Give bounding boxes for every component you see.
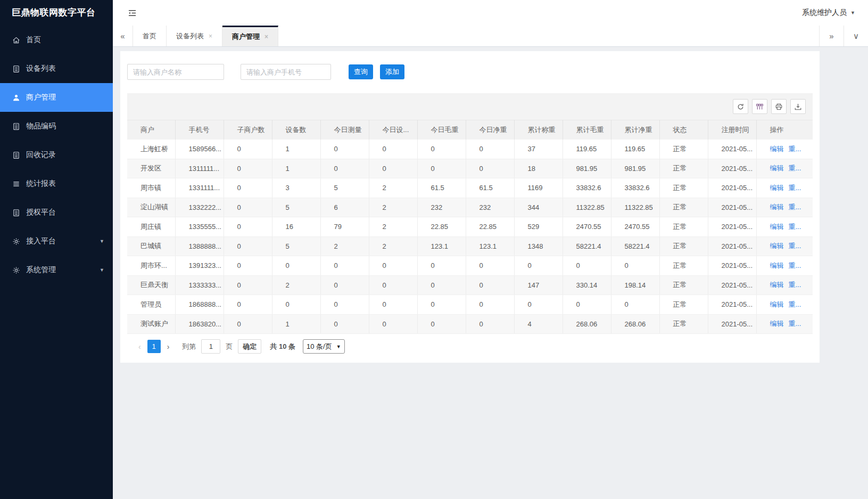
reset-link[interactable]: 重...	[789, 281, 801, 289]
table-cell: 0	[272, 256, 320, 276]
edit-link[interactable]: 编辑	[770, 184, 784, 192]
sidebar-item-devices[interactable]: 设备列表	[0, 54, 113, 83]
table-cell: 123.1	[417, 236, 466, 256]
lines-icon	[12, 179, 20, 188]
table-cell: 0	[611, 295, 659, 315]
sidebar-item-item-code[interactable]: 物品编码	[0, 112, 113, 141]
table-cell: 123.1	[466, 236, 514, 256]
sidebar-item-label: 设备列表	[26, 64, 104, 73]
doc-icon	[12, 64, 20, 73]
table-cell: 2021-05...	[708, 236, 756, 256]
edit-link[interactable]: 编辑	[770, 145, 784, 153]
merchant-name-input[interactable]	[127, 64, 224, 80]
doc-icon	[12, 122, 20, 130]
table-row: 开发区1311111...01000018981.95981.95正常2021-…	[127, 159, 813, 178]
table-cell: 58221.4	[563, 236, 611, 256]
table-cell: 2021-05...	[708, 256, 756, 276]
reset-link[interactable]: 重...	[789, 242, 801, 250]
page-unit-label: 页	[226, 342, 233, 351]
sidebar-toggle-icon[interactable]	[128, 9, 137, 17]
table-cell: 正常	[659, 217, 708, 237]
refresh-button[interactable]	[733, 99, 748, 114]
table-cell: 2021-05...	[708, 159, 756, 178]
table-cell: 22.85	[417, 217, 466, 237]
sidebar-item-merchants[interactable]: 商户管理	[0, 83, 113, 112]
edit-link[interactable]: 编辑	[770, 223, 784, 231]
table-cell: 18	[514, 159, 563, 178]
prev-page-icon[interactable]: ‹	[134, 342, 145, 351]
edit-link[interactable]: 编辑	[770, 164, 784, 172]
columns-button[interactable]	[752, 99, 767, 114]
tabs-scroll-left-icon[interactable]: «	[113, 26, 133, 46]
tab-devices[interactable]: 设备列表×	[167, 26, 222, 46]
table-cell: 16	[272, 217, 320, 237]
table-cell: 0	[224, 314, 272, 334]
reset-link[interactable]: 重...	[789, 184, 801, 192]
tab-home[interactable]: 首页	[133, 26, 167, 46]
edit-link[interactable]: 编辑	[770, 203, 784, 211]
sidebar-item-home[interactable]: 首页	[0, 26, 113, 54]
chevron-down-icon: ▼	[850, 10, 855, 15]
table-cell: 巴城镇	[127, 236, 175, 256]
sidebar-item-access[interactable]: 接入平台▼	[0, 227, 113, 256]
actions-cell: 编辑重...	[756, 295, 813, 315]
sidebar-item-reports[interactable]: 统计报表	[0, 169, 113, 198]
table-row: 巴城镇1388888...0522123.1123.1134858221.458…	[127, 236, 813, 256]
reset-link[interactable]: 重...	[789, 164, 801, 172]
table-cell: 正常	[659, 275, 708, 295]
tab-close-icon[interactable]: ×	[209, 32, 212, 40]
printer-icon	[775, 103, 783, 111]
actions-cell: 编辑重...	[756, 314, 813, 334]
tab-merchants[interactable]: 商户管理×	[222, 26, 278, 46]
reset-link[interactable]: 重...	[789, 145, 801, 153]
sidebar-item-recycle[interactable]: 回收记录	[0, 141, 113, 169]
add-button[interactable]: 添加	[380, 64, 404, 79]
goto-confirm-button[interactable]: 确定	[238, 339, 261, 354]
table-cell: 0	[224, 178, 272, 198]
table-cell: 管理员	[127, 295, 175, 315]
user-menu[interactable]: 系统维护人员 ▼	[802, 8, 855, 18]
table-cell: 0	[514, 295, 563, 315]
table-cell: 巨鼎天衡	[127, 275, 175, 295]
table-row: 周市环...1391323...000000000正常2021-05...编辑重…	[127, 256, 813, 276]
reset-link[interactable]: 重...	[789, 203, 801, 211]
query-button[interactable]: 查询	[349, 64, 373, 79]
tabs-scroll-right-icon[interactable]: »	[819, 26, 844, 46]
current-page-button[interactable]: 1	[147, 340, 161, 353]
page-size-select[interactable]: 10 条/页 ▼	[303, 339, 345, 354]
edit-link[interactable]: 编辑	[770, 242, 784, 250]
next-page-icon[interactable]: ›	[163, 342, 174, 351]
edit-link[interactable]: 编辑	[770, 320, 784, 328]
table-cell: 0	[417, 140, 466, 159]
table-cell: 1391323...	[175, 256, 224, 276]
total-count-label: 共 10 条	[270, 342, 295, 351]
merchant-phone-input[interactable]	[241, 64, 331, 80]
actions-cell: 编辑重...	[756, 275, 813, 295]
reset-link[interactable]: 重...	[789, 320, 801, 328]
tab-close-icon[interactable]: ×	[264, 33, 268, 40]
table-cell: 0	[417, 314, 466, 334]
reset-link[interactable]: 重...	[789, 223, 801, 231]
table-cell: 3	[272, 178, 320, 198]
goto-page-input[interactable]	[201, 339, 220, 354]
edit-link[interactable]: 编辑	[770, 300, 784, 308]
chevron-down-icon: ▼	[100, 267, 104, 273]
sidebar-item-label: 首页	[26, 35, 104, 45]
reset-link[interactable]: 重...	[789, 261, 801, 269]
edit-link[interactable]: 编辑	[770, 281, 784, 289]
sidebar-item-label: 接入平台	[26, 236, 100, 246]
edit-link[interactable]: 编辑	[770, 261, 784, 269]
sidebar-item-auth[interactable]: 授权平台	[0, 198, 113, 227]
table-cell: 0	[369, 295, 417, 315]
sidebar-item-system[interactable]: 系统管理▼	[0, 256, 113, 284]
print-button[interactable]	[771, 99, 787, 114]
table-cell: 0	[417, 275, 466, 295]
table-cell: 1331111...	[175, 178, 224, 198]
tabs-dropdown-icon[interactable]: ∨	[844, 26, 868, 46]
table-cell: 0	[224, 159, 272, 178]
table-cell: 79	[320, 217, 369, 237]
export-button[interactable]	[790, 99, 806, 114]
reset-link[interactable]: 重...	[789, 300, 801, 308]
table-cell: 33832.6	[611, 178, 659, 198]
column-header: 注册时间	[708, 120, 756, 140]
